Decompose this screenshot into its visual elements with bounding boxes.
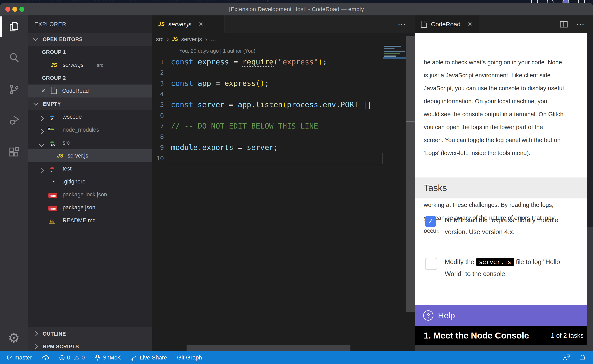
tree-item-src[interactable]: </> src bbox=[28, 136, 152, 149]
extensions-icon[interactable] bbox=[0, 141, 28, 163]
menu-item-view[interactable]: View bbox=[128, 0, 141, 2]
menu-item-selection[interactable]: Selection bbox=[93, 0, 118, 2]
chevron-down-icon bbox=[39, 142, 44, 147]
breadcrumb-separator: › bbox=[167, 36, 169, 43]
code-token: env bbox=[323, 100, 336, 109]
code-line[interactable]: 9module.exports = server; bbox=[152, 142, 383, 153]
editor-group-coderoad: CodeRoad ✕ ⋯ be able to check what’s goi… bbox=[415, 15, 593, 351]
tab-bar: JS server.js ✕ ⋯ bbox=[152, 15, 415, 33]
code-token: ( bbox=[274, 58, 278, 66]
user-status[interactable]: ShMcK bbox=[95, 354, 121, 361]
code-token: ; bbox=[323, 58, 327, 66]
code-token: . bbox=[318, 100, 323, 109]
menu-item-terminal[interactable]: Terminal bbox=[192, 0, 215, 2]
explorer-icon[interactable] bbox=[0, 15, 28, 38]
tab-bar: CodeRoad ✕ ⋯ bbox=[415, 15, 593, 33]
cloud-upload-icon bbox=[42, 354, 49, 361]
minimap-selection bbox=[383, 57, 406, 59]
git-branch-status[interactable]: master bbox=[6, 354, 32, 361]
settings-gear-icon[interactable]: ⚙ bbox=[0, 330, 28, 345]
open-editors-header[interactable]: OPEN EDITORS bbox=[28, 33, 152, 46]
breadcrumb-server-js[interactable]: server.js bbox=[181, 36, 202, 43]
code-token: || bbox=[358, 100, 372, 109]
minimap[interactable] bbox=[383, 41, 406, 169]
control-center-icon[interactable] bbox=[578, 0, 585, 3]
code-token bbox=[193, 79, 198, 87]
task-count: 1 of 2 tasks bbox=[551, 332, 584, 339]
source-control-icon[interactable] bbox=[0, 78, 28, 101]
outline-section-header[interactable]: OUTLINE bbox=[28, 327, 152, 340]
webview-scrollbar[interactable] bbox=[587, 33, 593, 345]
code-line[interactable]: 3const app = express(); bbox=[152, 78, 383, 89]
task-checkbox-checked[interactable]: ✓ bbox=[425, 216, 436, 227]
tasks-section-header: Tasks bbox=[415, 177, 587, 198]
menu-item-window[interactable]: Window bbox=[226, 0, 247, 2]
tree-item-node-modules[interactable]: JS node_modules bbox=[28, 124, 152, 136]
code-token: require bbox=[242, 58, 274, 67]
code-token: . bbox=[336, 100, 340, 109]
code-token: = bbox=[233, 143, 247, 152]
help-bar[interactable]: ? Help bbox=[415, 305, 587, 326]
code-area[interactable]: 1const express = require("express");23co… bbox=[152, 57, 383, 163]
open-editor-coderoad[interactable]: ✕ CodeRoad bbox=[28, 84, 152, 98]
menu-item-go[interactable]: Go bbox=[152, 0, 160, 2]
feedback-icon[interactable] bbox=[563, 354, 570, 361]
menu-item-code[interactable]: Code bbox=[27, 0, 41, 2]
notifications-bell-icon[interactable] bbox=[580, 354, 586, 361]
menubar-status-icon[interactable] bbox=[531, 0, 538, 3]
git-graph-status[interactable]: Git Graph bbox=[177, 354, 202, 361]
breadcrumb-src[interactable]: src bbox=[156, 36, 163, 43]
breadcrumb[interactable]: src › JS server.js › … bbox=[156, 33, 216, 46]
code-line[interactable]: 2 bbox=[152, 67, 383, 78]
lesson-title: 1. Meet the Node Console bbox=[424, 331, 529, 341]
more-actions-icon[interactable]: ⋯ bbox=[398, 20, 406, 29]
code-line[interactable]: 8 bbox=[152, 131, 383, 142]
search-icon[interactable] bbox=[0, 46, 28, 69]
menu-item-run[interactable]: Run bbox=[171, 0, 181, 2]
code-line[interactable]: 1const express = require("express"); bbox=[152, 57, 383, 67]
scrollbar-thumb[interactable] bbox=[587, 33, 593, 227]
close-icon[interactable]: ✕ bbox=[41, 88, 46, 94]
menu-item-edit[interactable]: Edit bbox=[72, 0, 82, 2]
tree-item-readme[interactable]: M↓ README.md bbox=[28, 214, 152, 227]
code-token: app bbox=[198, 79, 211, 87]
tab-server-js[interactable]: JS server.js ✕ bbox=[152, 15, 225, 33]
npm-icon: npm bbox=[48, 193, 57, 198]
code-line[interactable]: 5const server = app.listen(process.env.P… bbox=[152, 99, 383, 110]
siri-icon[interactable] bbox=[563, 0, 569, 3]
horizontal-scrollbar[interactable] bbox=[187, 345, 350, 351]
tree-item-test[interactable]: ⌁ test bbox=[28, 162, 152, 175]
code-line[interactable]: 7// -- DO NOT EDIT BELOW THIS LINE bbox=[152, 121, 383, 131]
code-token: // -- DO NOT EDIT BELOW THIS LINE bbox=[171, 122, 318, 130]
tree-item-vscode[interactable]: ✕ .vscode bbox=[28, 110, 152, 124]
npm-scripts-section-header[interactable]: NPM SCRIPTS bbox=[28, 340, 152, 351]
lesson-progress-bar[interactable]: 1. Meet the Node Console 1 of 2 tasks bbox=[415, 326, 587, 345]
tree-item-gitignore[interactable]: ⑂ .gitignore bbox=[28, 175, 152, 188]
menu-item-file[interactable]: File bbox=[52, 0, 61, 2]
task-checkbox-unchecked[interactable] bbox=[425, 258, 437, 270]
editor-scrollbar[interactable] bbox=[406, 36, 415, 312]
chevron-right-icon bbox=[39, 168, 44, 173]
editor-group-server-js: JS server.js ✕ ⋯ src › JS server.js › … … bbox=[152, 15, 415, 351]
menu-item-help[interactable]: Help bbox=[257, 0, 270, 2]
live-share-status[interactable]: Live Share bbox=[131, 354, 167, 361]
breadcrumb-more[interactable]: … bbox=[211, 36, 216, 43]
split-editor-icon[interactable] bbox=[560, 21, 568, 28]
codelens-annotation[interactable]: You, 20 days ago | 1 author (You) bbox=[179, 48, 255, 54]
tree-item-package-json[interactable]: npm package.json bbox=[28, 201, 152, 214]
close-icon[interactable]: ✕ bbox=[199, 21, 203, 27]
tab-coderoad[interactable]: CodeRoad ✕ bbox=[415, 15, 479, 33]
more-actions-icon[interactable]: ⋯ bbox=[576, 20, 585, 29]
tree-item-server-js[interactable]: JS server.js bbox=[28, 149, 152, 162]
tree-item-package-lock[interactable]: npm package-lock.json bbox=[28, 188, 152, 201]
folder-root-empty[interactable]: EMPTY bbox=[28, 98, 152, 110]
code-token: listen bbox=[256, 100, 282, 109]
code-line[interactable]: 4 bbox=[152, 89, 383, 99]
sync-status[interactable] bbox=[42, 354, 49, 361]
open-editor-server-js[interactable]: JS server.js src bbox=[28, 58, 152, 72]
close-icon[interactable]: ✕ bbox=[467, 21, 472, 27]
code-line[interactable]: 6 bbox=[152, 110, 383, 121]
run-debug-icon[interactable] bbox=[0, 109, 28, 132]
problems-status[interactable]: 0 ⚠ 0 bbox=[59, 354, 85, 361]
menubar-status-icon[interactable] bbox=[547, 0, 553, 3]
